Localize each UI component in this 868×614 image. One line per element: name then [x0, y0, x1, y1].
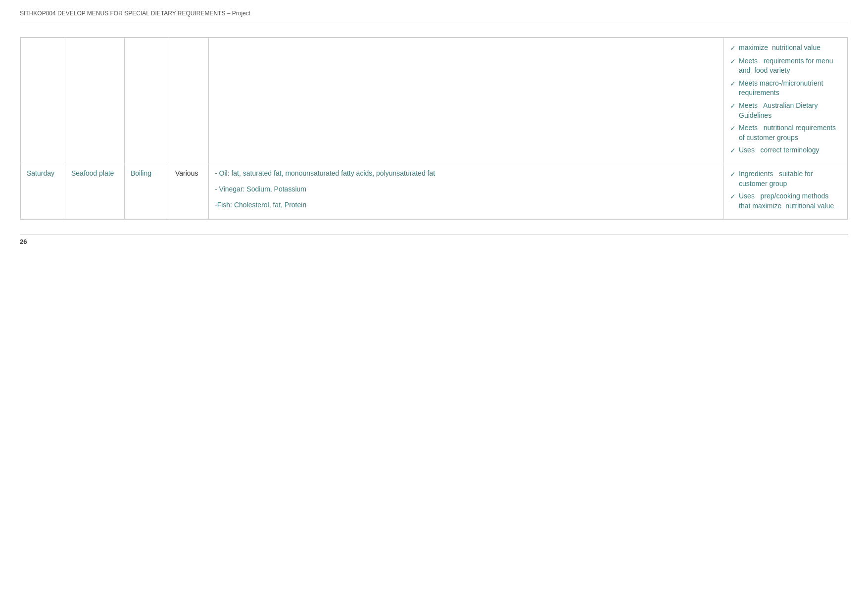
- criteria-text: Ingredients suitable for customer group: [739, 169, 841, 189]
- check-icon: ✓: [730, 170, 736, 180]
- nutrient-line-2: - Vinegar: Sodium, Potassium: [215, 185, 718, 193]
- criteria-text: maximize nutritional value: [739, 43, 841, 53]
- list-item: ✓ Uses correct terminology: [730, 145, 841, 156]
- top-criteria-cell: ✓ maximize nutritional value ✓ Meets req…: [724, 38, 848, 164]
- list-item: ✓ Meets requirements for menu and food v…: [730, 56, 841, 76]
- check-icon: ✓: [730, 101, 736, 111]
- top-day-cell: [21, 38, 65, 164]
- saturday-criteria-list: ✓ Ingredients suitable for customer grou…: [730, 169, 841, 211]
- table-row-saturday: Saturday Seafood plate Boiling Various -…: [21, 164, 848, 219]
- page-header: SITHKOP004 DEVELOP MENUS FOR SPECIAL DIE…: [20, 10, 848, 22]
- main-table: ✓ maximize nutritional value ✓ Meets req…: [20, 38, 848, 219]
- page-number: 26: [20, 238, 27, 245]
- criteria-text: Meets macro-/micronutrient requirements: [739, 79, 841, 98]
- list-item: ✓ Meets macro-/micronutrient requirement…: [730, 79, 841, 98]
- list-item: ✓ Meets nutritional requirements of cust…: [730, 123, 841, 142]
- main-table-wrapper: ✓ maximize nutritional value ✓ Meets req…: [20, 37, 848, 220]
- top-nutrients-cell: [209, 38, 724, 164]
- list-item: ✓ Meets Australian Dietary Guidelines: [730, 101, 841, 120]
- method-label: Boiling: [131, 169, 151, 177]
- criteria-text: Uses prep/cooking methods that maximize …: [739, 191, 841, 211]
- criteria-text: Meets nutritional requirements of custom…: [739, 123, 841, 142]
- nutrient-line-1: - Oil: fat, saturated fat, monounsaturat…: [215, 169, 718, 177]
- criteria-text: Uses correct terminology: [739, 145, 841, 155]
- saturday-nutrients-cell: - Oil: fat, saturated fat, monounsaturat…: [209, 164, 724, 219]
- table-row-top: ✓ maximize nutritional value ✓ Meets req…: [21, 38, 848, 164]
- list-item: ✓ maximize nutritional value: [730, 43, 841, 53]
- saturday-method-cell: Boiling: [125, 164, 169, 219]
- page-footer: 26: [20, 235, 848, 245]
- list-item: ✓ Ingredients suitable for customer grou…: [730, 169, 841, 189]
- day-label: Saturday: [27, 169, 54, 177]
- top-portions-cell: [169, 38, 209, 164]
- saturday-criteria-cell: ✓ Ingredients suitable for customer grou…: [724, 164, 848, 219]
- check-icon: ✓: [730, 79, 736, 89]
- portions-label: Various: [175, 169, 198, 177]
- saturday-dish-cell: Seafood plate: [65, 164, 125, 219]
- dish-label: Seafood plate: [71, 169, 114, 177]
- header-title: SITHKOP004 DEVELOP MENUS FOR SPECIAL DIE…: [20, 10, 250, 17]
- saturday-portions-cell: Various: [169, 164, 209, 219]
- criteria-text: Meets requirements for menu and food var…: [739, 56, 841, 76]
- check-icon: ✓: [730, 124, 736, 134]
- top-method-cell: [125, 38, 169, 164]
- check-icon: ✓: [730, 57, 736, 67]
- criteria-text: Meets Australian Dietary Guidelines: [739, 101, 841, 120]
- top-dish-cell: [65, 38, 125, 164]
- check-icon: ✓: [730, 44, 736, 53]
- top-criteria-list: ✓ maximize nutritional value ✓ Meets req…: [730, 43, 841, 156]
- saturday-day-cell: Saturday: [21, 164, 65, 219]
- check-icon: ✓: [730, 146, 736, 156]
- check-icon: ✓: [730, 192, 736, 202]
- nutrient-line-3: -Fish: Cholesterol, fat, Protein: [215, 201, 718, 209]
- list-item: ✓ Uses prep/cooking methods that maximiz…: [730, 191, 841, 211]
